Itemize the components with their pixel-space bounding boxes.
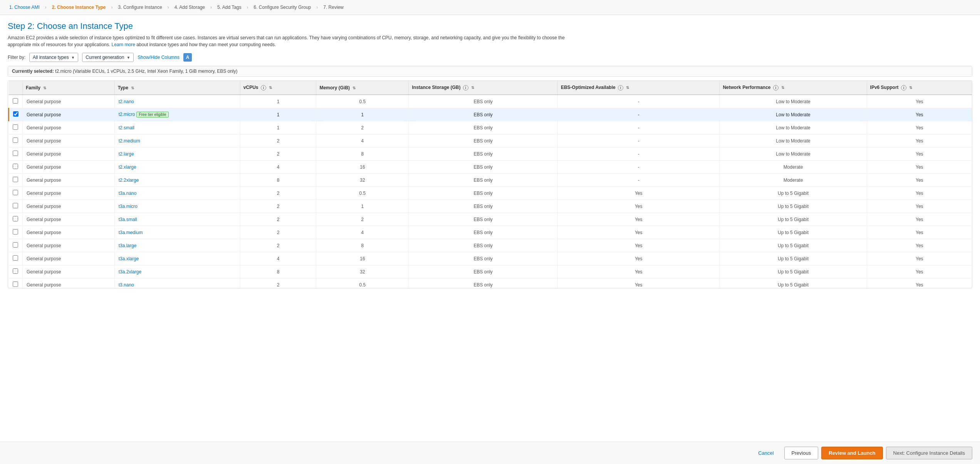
nav-step-3[interactable]: 3. Configure Instance [115, 3, 165, 12]
table-row[interactable]: General purposet2.small12EBS only-Low to… [9, 121, 972, 134]
type-cell[interactable]: t3a.nano [114, 187, 240, 200]
table-row[interactable]: General purposet2.large28EBS only-Low to… [9, 147, 972, 161]
storage-sort-arrow[interactable]: ⇅ [471, 85, 474, 90]
row-checkbox[interactable] [13, 229, 18, 235]
type-cell[interactable]: t3a.2xlarge [114, 265, 240, 278]
row-checkbox-cell[interactable] [9, 226, 23, 239]
row-checkbox-cell[interactable] [9, 265, 23, 278]
row-checkbox-cell[interactable] [9, 161, 23, 174]
ebs-info-icon[interactable]: i [618, 85, 623, 90]
row-checkbox[interactable] [13, 216, 18, 221]
type-cell[interactable]: t3a.medium [114, 226, 240, 239]
row-checkbox[interactable] [13, 98, 18, 104]
network-info-icon[interactable]: i [773, 85, 779, 90]
type-cell[interactable]: t2.small [114, 121, 240, 134]
type-link[interactable]: t2.micro [119, 112, 135, 117]
row-checkbox[interactable] [13, 124, 18, 130]
table-row[interactable]: General purposet2.2xlarge832EBS only-Mod… [9, 174, 972, 187]
row-checkbox-cell[interactable] [9, 147, 23, 161]
row-checkbox-cell[interactable] [9, 95, 23, 108]
row-checkbox[interactable] [13, 164, 18, 169]
vcpus-info-icon[interactable]: i [261, 85, 266, 90]
row-checkbox[interactable] [13, 255, 18, 261]
table-row[interactable]: General purposet2.xlarge416EBS only-Mode… [9, 161, 972, 174]
type-link[interactable]: t2.small [119, 125, 134, 131]
vcpus-sort-arrow[interactable]: ⇅ [269, 85, 272, 90]
storage-info-icon[interactable]: i [463, 85, 468, 90]
type-link[interactable]: t3a.small [119, 217, 137, 222]
table-row[interactable]: General purposet3a.small22EBS onlyYesUp … [9, 213, 972, 226]
type-cell[interactable]: t2.large [114, 147, 240, 161]
nav-step-4[interactable]: 4. Add Storage [171, 3, 208, 12]
type-cell[interactable]: t3a.micro [114, 200, 240, 213]
type-cell[interactable]: t3.nano [114, 278, 240, 289]
type-link[interactable]: t3a.2xlarge [119, 269, 141, 275]
table-row[interactable]: General purposet3a.nano20.5EBS onlyYesUp… [9, 187, 972, 200]
nav-step-7[interactable]: 7. Review [320, 3, 347, 12]
row-checkbox[interactable] [13, 137, 18, 143]
row-checkbox-cell[interactable] [9, 239, 23, 252]
type-cell[interactable]: t2.xlarge [114, 161, 240, 174]
row-checkbox-cell[interactable] [9, 108, 23, 121]
row-checkbox[interactable] [13, 177, 18, 182]
row-checkbox[interactable] [13, 203, 18, 208]
type-link[interactable]: t2.nano [119, 99, 134, 104]
row-checkbox-cell[interactable] [9, 187, 23, 200]
row-checkbox-cell[interactable] [9, 252, 23, 265]
type-link[interactable]: t3a.large [119, 243, 137, 248]
table-row[interactable]: General purposet2.medium24EBS only-Low t… [9, 134, 972, 147]
row-checkbox-cell[interactable] [9, 134, 23, 147]
row-checkbox-cell[interactable] [9, 200, 23, 213]
type-link[interactable]: t3.nano [119, 282, 134, 288]
row-checkbox[interactable] [13, 151, 18, 156]
family-cell: General purpose [23, 95, 115, 108]
table-row[interactable]: General purposet3a.2xlarge832EBS onlyYes… [9, 265, 972, 278]
family-sort-arrow[interactable]: ⇅ [43, 86, 46, 90]
table-row[interactable]: General purposet3a.xlarge416EBS onlyYesU… [9, 252, 972, 265]
type-cell[interactable]: t2.microFree tier eligible [114, 108, 240, 121]
row-checkbox-cell[interactable] [9, 213, 23, 226]
generation-filter[interactable]: Current generation ▼ [82, 53, 134, 62]
type-link[interactable]: t3a.nano [119, 191, 137, 196]
table-row[interactable]: General purposet3a.large28EBS onlyYesUp … [9, 239, 972, 252]
type-sort-arrow[interactable]: ⇅ [131, 86, 134, 90]
table-row[interactable]: General purposet2.microFree tier eligibl… [9, 108, 972, 121]
row-checkbox[interactable] [13, 111, 18, 117]
learn-more-link[interactable]: Learn more [111, 42, 135, 47]
type-cell[interactable]: t2.medium [114, 134, 240, 147]
row-checkbox[interactable] [13, 190, 18, 195]
type-cell[interactable]: t3a.small [114, 213, 240, 226]
type-link[interactable]: t3a.micro [119, 204, 138, 209]
ebs-sort-arrow[interactable]: ⇅ [626, 85, 629, 90]
type-link[interactable]: t2.large [119, 151, 134, 157]
show-hide-columns-button[interactable]: Show/Hide Columns [138, 55, 180, 60]
row-checkbox[interactable] [13, 242, 18, 248]
type-cell[interactable]: t3a.xlarge [114, 252, 240, 265]
type-cell[interactable]: t2.2xlarge [114, 174, 240, 187]
ipv6-info-icon[interactable]: i [901, 85, 906, 90]
nav-step-6[interactable]: 6. Configure Security Group [251, 3, 314, 12]
type-cell[interactable]: t3a.large [114, 239, 240, 252]
nav-step-1[interactable]: 1. Choose AMI [6, 3, 43, 12]
table-row[interactable]: General purposet3a.medium24EBS onlyYesUp… [9, 226, 972, 239]
row-checkbox[interactable] [13, 281, 18, 287]
row-checkbox-cell[interactable] [9, 121, 23, 134]
table-row[interactable]: General purposet3.nano20.5EBS onlyYesUp … [9, 278, 972, 289]
nav-step-5[interactable]: 5. Add Tags [214, 3, 245, 12]
row-checkbox-cell[interactable] [9, 174, 23, 187]
memory-sort-arrow[interactable]: ⇅ [352, 86, 356, 90]
type-link[interactable]: t3a.xlarge [119, 256, 139, 261]
row-checkbox[interactable] [13, 268, 18, 274]
type-cell[interactable]: t2.nano [114, 95, 240, 108]
type-link[interactable]: t3a.medium [119, 230, 143, 235]
network-sort-arrow[interactable]: ⇅ [781, 85, 784, 90]
ipv6-sort-arrow[interactable]: ⇅ [909, 85, 912, 90]
type-link[interactable]: t2.medium [119, 138, 140, 144]
type-link[interactable]: t2.xlarge [119, 164, 136, 170]
table-row[interactable]: General purposet2.nano10.5EBS only-Low t… [9, 95, 972, 108]
type-link[interactable]: t2.2xlarge [119, 178, 139, 183]
instance-type-filter[interactable]: All instance types ▼ [29, 53, 78, 62]
ipv6-cell: Yes [867, 252, 972, 265]
table-row[interactable]: General purposet3a.micro21EBS onlyYesUp … [9, 200, 972, 213]
row-checkbox-cell[interactable] [9, 278, 23, 289]
